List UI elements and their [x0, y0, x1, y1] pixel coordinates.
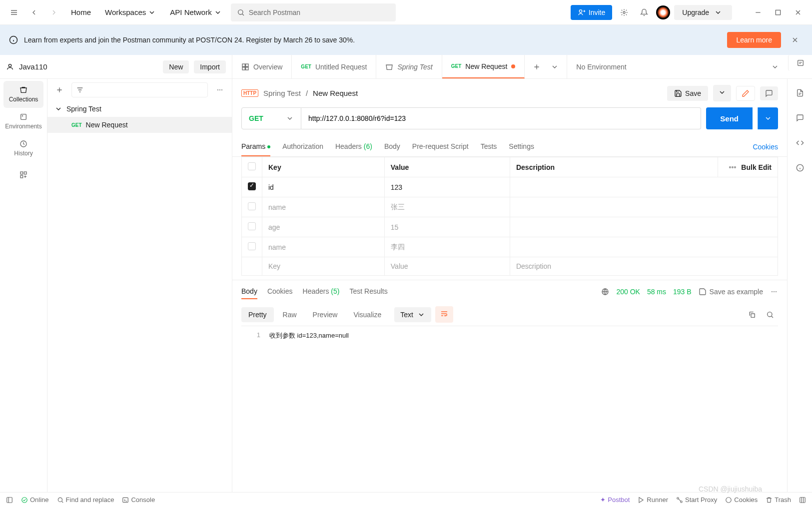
row-checkbox[interactable] [248, 242, 256, 250]
sidebar-environments[interactable]: Environments [3, 108, 43, 135]
method-select[interactable]: GET [241, 107, 301, 129]
info-icon[interactable] [792, 160, 808, 176]
svg-rect-10 [24, 172, 26, 174]
comments-icon[interactable] [792, 110, 808, 126]
banner-close-icon[interactable] [787, 32, 803, 48]
wrap-lines-button[interactable] [435, 306, 453, 323]
add-icon[interactable] [51, 82, 67, 98]
code-icon[interactable] [792, 135, 808, 151]
tab-spring-test[interactable]: Spring Test [376, 55, 442, 78]
view-raw[interactable]: Raw [276, 307, 304, 322]
docs-icon[interactable] [792, 85, 808, 101]
share-button[interactable] [736, 86, 755, 101]
resp-tab-test-results[interactable]: Test Results [349, 284, 387, 299]
bulk-edit-link[interactable]: •••Bulk Edit [718, 157, 778, 177]
find-replace-button[interactable]: Find and replace [57, 496, 114, 504]
cookies-link[interactable]: Cookies [753, 143, 778, 151]
menu-icon[interactable] [6, 4, 22, 20]
param-row[interactable]: name张三 [242, 197, 778, 217]
collection-item[interactable]: Spring Test [47, 101, 232, 117]
env-quick-look-icon[interactable] [788, 55, 812, 71]
svg-rect-16 [246, 64, 248, 66]
tab-untitled[interactable]: GETUntitled Request [292, 55, 376, 78]
new-button[interactable]: New [163, 60, 189, 73]
view-pretty[interactable]: Pretty [241, 307, 274, 322]
resp-tab-body[interactable]: Body [241, 284, 257, 299]
url-input[interactable] [301, 107, 701, 129]
svg-point-25 [768, 312, 772, 316]
sidebar-more[interactable] [3, 166, 43, 184]
view-preview[interactable]: Preview [306, 307, 345, 322]
response-body[interactable]: 1 收到参数 id=123,name=null [241, 326, 778, 345]
copy-icon[interactable] [744, 307, 760, 323]
param-row-empty[interactable]: KeyValueDescription [242, 257, 778, 276]
select-all-checkbox[interactable] [248, 162, 256, 170]
row-checkbox[interactable] [248, 222, 256, 230]
avatar[interactable] [656, 5, 670, 19]
tab-new-request[interactable]: GETNew Request [442, 55, 525, 78]
minimize-icon[interactable] [750, 4, 766, 20]
tab-tests[interactable]: Tests [481, 137, 497, 156]
filter-input[interactable] [71, 82, 208, 97]
home-link[interactable]: Home [66, 5, 96, 19]
save-chevron[interactable] [713, 85, 731, 101]
proxy-button[interactable]: Start Proxy [676, 496, 717, 504]
learn-more-button[interactable]: Learn more [727, 32, 781, 48]
console-button[interactable]: Console [122, 496, 155, 504]
panel-icon[interactable] [6, 497, 13, 504]
tab-chevron-icon[interactable] [547, 59, 563, 75]
param-row[interactable]: id123 [242, 177, 778, 197]
param-row[interactable]: name李四 [242, 237, 778, 257]
tab-params[interactable]: Params [241, 137, 270, 156]
runner-button[interactable]: Runner [638, 496, 668, 504]
more-icon[interactable] [212, 82, 228, 98]
forward-button[interactable] [46, 4, 62, 20]
sidebar-collections[interactable]: Collections [3, 81, 43, 108]
format-select[interactable]: Text [394, 307, 431, 322]
globe-icon[interactable] [601, 288, 609, 296]
workspace-name[interactable]: Java110 [19, 62, 158, 71]
row-checkbox[interactable] [248, 182, 256, 190]
api-network-link[interactable]: API Network [165, 5, 226, 19]
upgrade-button[interactable]: Upgrade [674, 5, 732, 20]
sidebar-history[interactable]: History [3, 135, 43, 162]
more-icon[interactable] [770, 288, 778, 296]
maximize-icon[interactable] [770, 4, 786, 20]
close-icon[interactable] [790, 4, 806, 20]
cookies-button[interactable]: Cookies [725, 496, 758, 504]
request-item[interactable]: GET New Request [47, 117, 232, 133]
save-example-button[interactable]: Save as example [699, 288, 763, 296]
save-button[interactable]: Save [667, 86, 708, 101]
new-tab-icon[interactable] [529, 59, 545, 75]
notifications-icon[interactable] [636, 4, 652, 20]
resp-tab-cookies[interactable]: Cookies [267, 284, 293, 299]
invite-button[interactable]: Invite [571, 5, 612, 20]
environment-select[interactable]: No Environment [567, 55, 788, 78]
tab-body[interactable]: Body [384, 137, 400, 156]
svg-point-0 [238, 9, 242, 14]
panel-right-icon[interactable] [799, 497, 806, 504]
send-chevron[interactable] [758, 107, 778, 129]
announcement-banner: Learn from experts and join the Postman … [0, 25, 812, 55]
param-row[interactable]: age15 [242, 217, 778, 237]
search-input[interactable]: Search Postman [231, 3, 396, 21]
tab-authorization[interactable]: Authorization [282, 137, 323, 156]
comment-button[interactable] [760, 86, 778, 100]
trash-button[interactable]: Trash [766, 496, 791, 504]
resp-tab-headers[interactable]: Headers (5) [303, 284, 340, 299]
back-button[interactable] [26, 4, 42, 20]
settings-icon[interactable] [616, 4, 632, 20]
postbot-button[interactable]: ✦ Postbot [600, 496, 630, 504]
search-response-icon[interactable] [762, 307, 778, 323]
view-visualize[interactable]: Visualize [346, 307, 388, 322]
tab-headers[interactable]: Headers (6) [335, 137, 372, 156]
workspaces-link[interactable]: Workspaces [100, 5, 161, 19]
row-checkbox[interactable] [248, 202, 256, 210]
breadcrumb-row: HTTP Spring Test / New Request Save [232, 79, 787, 107]
breadcrumb-parent[interactable]: Spring Test [263, 89, 301, 97]
tab-settings[interactable]: Settings [509, 137, 534, 156]
tab-overview[interactable]: Overview [232, 55, 292, 78]
send-button[interactable]: Send [706, 107, 753, 129]
tab-prerequest[interactable]: Pre-request Script [412, 137, 469, 156]
import-button[interactable]: Import [194, 60, 226, 73]
